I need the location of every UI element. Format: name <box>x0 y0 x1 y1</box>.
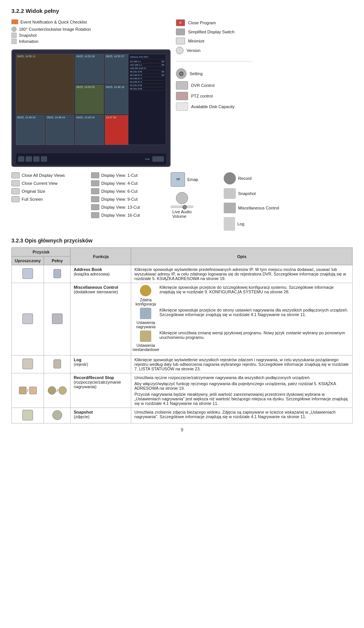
cam-timestamp-7: 08/25, 14:46 04 <box>47 116 65 119</box>
view-1cut-icon <box>91 172 99 178</box>
log-icon-s <box>22 359 33 369</box>
misc-icon-full <box>44 283 71 356</box>
tb-btn-3[interactable] <box>33 156 39 162</box>
page-number: 9 <box>11 427 353 433</box>
rec-icon-s2 <box>29 387 37 394</box>
rotation-icon <box>11 27 17 32</box>
original-size-icon <box>11 188 20 194</box>
rp-minimize-label: Minimize <box>188 39 204 43</box>
rp-dvr: DVR Control <box>176 81 252 90</box>
rp-version-label: Version <box>187 48 201 53</box>
snapshot-icon <box>224 188 236 199</box>
annot-snapshot-top-label: Snapshot <box>19 33 36 38</box>
cam-timestamp-2: 08/25, 14:50 28 <box>76 55 95 58</box>
diagram-left: Event Notification & Quick Checklist 180… <box>11 19 171 167</box>
rp-close-program: ✕ Close Program <box>176 19 252 26</box>
rp-disk: Available Disk Capacity <box>176 102 252 111</box>
annot-info: Infomation <box>11 39 91 44</box>
rp-disk-label: Available Disk Capacity <box>191 104 235 109</box>
record-icon-simple-cell: / <box>12 373 44 408</box>
live-audio-label: Live AudioVolume <box>173 209 192 219</box>
diagram-section: Event Notification & Quick Checklist 180… <box>11 19 353 167</box>
rp-minimize: Minimize <box>176 38 252 44</box>
snapshot-icon-full-cell <box>44 408 71 423</box>
emap-button: 🗺 Emap <box>171 172 198 187</box>
close-all-icon <box>11 172 20 178</box>
cam-cell-4: 08/25, 14:50 53 <box>75 85 104 115</box>
view-9cut-btn: Display View: 9-Cut <box>91 196 167 202</box>
snapshot-label: Snapshot <box>238 191 256 196</box>
rp-simplified-switch: Simplified Display Switch <box>176 28 252 35</box>
bottom-toolbar: Live <box>16 153 166 165</box>
right-panel-annotations: ✕ Close Program Simplified Display Switc… <box>176 19 252 167</box>
header-przycisk: Przycisk <box>12 248 71 257</box>
nagrywania-opis: Kliknięcie spowoduje przejście do strony… <box>159 308 349 317</box>
dvr-icon <box>176 81 188 90</box>
log-icon-full <box>44 356 71 373</box>
addr-icon-f <box>53 269 61 278</box>
addr-row-1: 10.168.1.180 <box>130 60 164 63</box>
addr-row-4: 60.251.8.5680 <box>130 70 164 74</box>
rp-ptz: PTZ control <box>176 92 252 100</box>
cam-cell-7: 08/25, 14:46 04 <box>46 115 74 145</box>
table-row-record: / / Record/Record Stop(rozpoczęcie/zatrz… <box>12 373 353 408</box>
annot-rotation-label: 180° Counterclockwise Image Rotation <box>19 27 91 31</box>
camera-grid: 08/25, 14:50 11 08/25, 14:50 28 08/25, 1… <box>16 54 133 145</box>
view-4cut-label: Display View: 4-Cut <box>101 181 138 186</box>
volume-slider[interactable] <box>171 206 193 208</box>
record-opis: Umożliwia ręczne rozpoczęcie/zatrzymanie… <box>131 373 353 408</box>
log-opis: Kliknięcie spowoduje wyświetlenie wszyst… <box>131 356 353 373</box>
close-program-icon: ✕ <box>176 19 185 26</box>
addressbook-icon-simple <box>12 265 44 283</box>
snapshot-top-icon <box>11 33 17 38</box>
header-funkcja: Funkcja <box>71 248 131 265</box>
ptz-icon <box>176 92 188 100</box>
event-icon <box>11 19 18 24</box>
rp-setting-label: Setting <box>190 71 202 76</box>
view-1cut-btn: Display View: 1-Cut <box>91 172 167 178</box>
annot-info-label: Infomation <box>19 39 38 44</box>
col2-buttons: Display View: 1-Cut Display View: 4-Cut … <box>91 172 167 231</box>
rp-dvr-label: DVR Control <box>191 83 215 88</box>
live-audio-section: Live AudioVolume <box>171 192 193 219</box>
main-table: Przycisk Funkcja Opis Uproszczony Pełny … <box>11 247 353 423</box>
tb-btn-2[interactable] <box>26 156 32 162</box>
tb-btn-4[interactable] <box>41 156 47 162</box>
misc-sub-niestandardowe: Ustawienianiestandardowe Kliknięcie umoż… <box>134 331 349 352</box>
cam-cell-2: 08/25, 14:50 28 <box>75 54 104 84</box>
address-panel: Address Port REC 10.168.1.180 192.168.1.… <box>128 54 166 145</box>
addr-row-5: 60.248.37.480 <box>130 74 164 77</box>
addr-row-6: 60.248.37.4 <box>130 77 164 80</box>
cam-cell-6: 08/25, 14:46 04 <box>16 115 45 145</box>
snapshot-icon-simple-cell <box>12 408 44 423</box>
addr-row-8: 60.251.8.56 <box>130 84 164 87</box>
disk-icon <box>176 102 188 111</box>
niestandardowe-opis: Kliknięcie umożliwia zmianę wersji język… <box>159 331 349 340</box>
tb-btn-1[interactable] <box>18 156 24 162</box>
misc-sub-zdalna: Zdalnakonfiguracja Kliknięcie spowoduje … <box>134 285 349 306</box>
nagrywania-icon <box>140 308 151 319</box>
record-opis-2: Aby włączyć/wyłączyć funkcję ręcznego na… <box>134 381 349 390</box>
snapshot-opis: Umożliwia zrobienie zdjęcia bieżącego wi… <box>131 408 353 423</box>
tb-btn-5[interactable] <box>152 156 164 162</box>
addr-row-7: 60.248.37.4 <box>130 80 164 84</box>
record-icon-full-cell: / <box>44 373 71 408</box>
addr-icon-s <box>22 268 33 279</box>
cam-cell-featured: 08/25, 14:50 11 <box>16 54 74 114</box>
cam-cell-8: 08/25, 14:46 04 <box>75 115 104 145</box>
view-6cut-btn: Display View: 6-Cut <box>91 188 167 194</box>
cam-timestamp-3: 08/25, 14:50 37 <box>106 55 124 58</box>
log-icon <box>224 217 235 231</box>
record-icons-simple: / <box>15 387 41 394</box>
section-title: 3.2.2 Widok pełny <box>11 8 353 14</box>
rp-setting: ⚙ Setting <box>176 68 252 79</box>
close-current-label: Close Current View <box>22 181 58 186</box>
view-13cut-label: Display View: 13-Cut <box>101 205 140 209</box>
rp-simplified-label: Simplified Display Switch <box>188 30 234 34</box>
rec-icon-s1 <box>19 387 27 394</box>
rp-close-label: Close Program <box>188 20 216 25</box>
log-label: Log <box>237 222 244 226</box>
table-row-addressbook: Address Book(książka adresowa) Kliknięci… <box>12 265 353 283</box>
table-row-log: Log(rejestr) Kliknięcie spowoduje wyświe… <box>12 356 353 373</box>
table-row-snapshot: Snapshot(zdjęcie) Umożliwia zrobienie zd… <box>12 408 353 423</box>
